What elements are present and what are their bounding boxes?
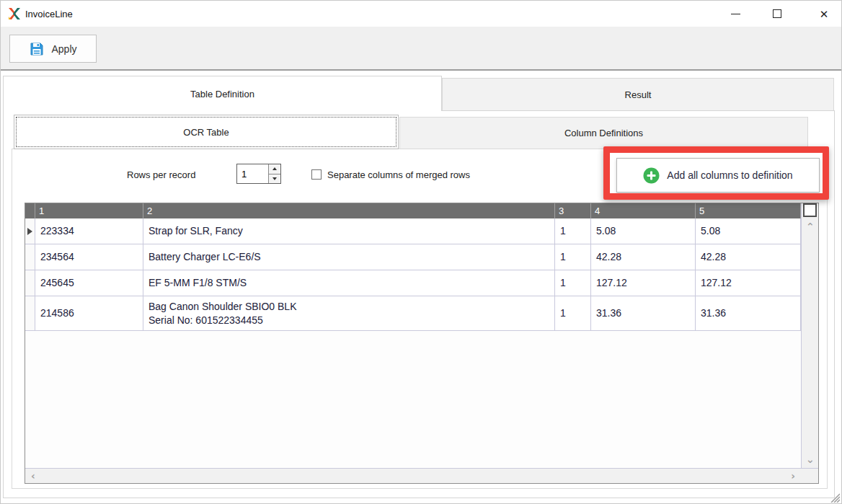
grid-cell[interactable]: 234564 — [35, 244, 143, 270]
window-title: InvoiceLine — [25, 1, 73, 27]
grid-cell[interactable]: 1 — [555, 270, 591, 296]
grid-cell[interactable]: 245645 — [35, 270, 143, 296]
apply-button[interactable]: Apply — [9, 35, 97, 63]
plus-icon — [643, 167, 660, 184]
table-row[interactable]: 214586 Bag Canon Shoulder SBIO0 BLK Seri… — [25, 296, 801, 331]
row-indicator-cell — [25, 270, 35, 296]
grid-cell[interactable]: 42.28 — [591, 244, 696, 270]
rows-per-record-label: Rows per record — [127, 169, 195, 180]
close-icon: ✕ — [820, 9, 829, 19]
tab-table-definition-label: Table Definition — [190, 89, 254, 100]
grid-column-header-1[interactable]: 1 — [35, 203, 143, 218]
horizontal-scrollbar[interactable]: ‹ › — [25, 468, 818, 483]
grid-column-header-4[interactable]: 4 — [591, 203, 696, 218]
grid-cell[interactable]: Bag Canon Shoulder SBIO0 BLK Serial No: … — [143, 296, 555, 331]
minimize-button[interactable] — [721, 1, 750, 27]
title-bar: InvoiceLine ✕ — [1, 1, 841, 27]
grid-cell[interactable]: 5.08 — [696, 218, 801, 244]
chevron-right-icon[interactable]: › — [791, 470, 795, 482]
vertical-scrollbar[interactable]: ⌃ ⌄ — [801, 203, 818, 468]
grid-empty-area — [25, 331, 801, 468]
spinner-down-icon — [272, 177, 277, 180]
grid-cell[interactable]: 42.28 — [696, 244, 801, 270]
rows-per-record-spinner[interactable] — [236, 164, 281, 184]
grid-cell[interactable]: EF 5-MM F1/8 STM/S — [143, 270, 555, 296]
ocr-data-grid: 1 2 3 4 5 223334 Strap for SLR, Fancy 1 … — [25, 203, 819, 484]
apply-button-label: Apply — [51, 43, 76, 55]
close-button[interactable]: ✕ — [810, 1, 838, 27]
save-icon — [29, 41, 45, 57]
maximize-icon — [773, 9, 781, 18]
grid-cell[interactable]: 214586 — [35, 296, 143, 331]
spinner-down-button[interactable] — [269, 174, 280, 184]
tab-result-label: Result — [625, 89, 652, 100]
row-indicator-cell — [25, 244, 35, 270]
table-row[interactable]: 223334 Strap for SLR, Fancy 1 5.08 5.08 — [25, 218, 801, 244]
subtab-column-definitions[interactable]: Column Definitions — [399, 117, 808, 149]
scrollbar-corner-box — [803, 203, 817, 217]
table-row[interactable]: 234564 Battery Charger LC-E6/S 1 42.28 4… — [25, 244, 801, 270]
grid-cell[interactable]: 127.12 — [591, 270, 696, 296]
chevron-down-icon[interactable]: ⌄ — [806, 454, 815, 465]
toolbar: Apply — [1, 27, 841, 71]
grid-cell[interactable]: Strap for SLR, Fancy — [143, 218, 555, 244]
app-window: InvoiceLine ✕ Apply Table Definition Res… — [0, 0, 842, 504]
separate-columns-checkbox[interactable] — [311, 169, 322, 180]
grid-column-header-5[interactable]: 5 — [696, 203, 801, 218]
grid-cell[interactable]: 1 — [555, 296, 591, 331]
grid-header-row: 1 2 3 4 5 — [25, 203, 801, 218]
tab-table-definition[interactable]: Table Definition — [3, 76, 442, 111]
separate-columns-label: Separate columns of merged rows — [327, 169, 470, 180]
grid-cell[interactable]: Battery Charger LC-E6/S — [143, 244, 555, 270]
grid-cell[interactable]: 5.08 — [591, 218, 696, 244]
rows-per-record-input[interactable] — [237, 164, 268, 183]
grid-cell[interactable]: 1 — [555, 218, 591, 244]
table-row[interactable]: 245645 EF 5-MM F1/8 STM/S 1 127.12 127.1… — [25, 270, 801, 296]
subtab-ocr-table-label: OCR Table — [183, 127, 229, 138]
grid-cell[interactable]: 223334 — [35, 218, 143, 244]
tab-result[interactable]: Result — [442, 78, 834, 111]
add-all-columns-label: Add all columns to definition — [667, 169, 792, 181]
grid-header-indicator — [25, 203, 35, 218]
minimize-icon — [731, 14, 740, 14]
current-row-arrow-icon — [27, 228, 32, 235]
add-all-columns-button[interactable]: Add all columns to definition — [616, 158, 820, 193]
resize-grip-icon[interactable] — [827, 490, 840, 503]
row-indicator-cell — [25, 218, 35, 244]
app-logo-icon — [8, 7, 21, 20]
chevron-up-icon[interactable]: ⌃ — [806, 221, 815, 232]
spinner-up-button[interactable] — [269, 164, 280, 174]
subtab-column-definitions-label: Column Definitions — [564, 128, 643, 138]
grid-column-header-2[interactable]: 2 — [143, 203, 555, 218]
grid-cell[interactable]: 127.12 — [696, 270, 801, 296]
grid-cell[interactable]: 31.36 — [696, 296, 801, 331]
subtab-ocr-table[interactable]: OCR Table — [14, 115, 399, 149]
grid-cell[interactable]: 31.36 — [591, 296, 696, 331]
maximize-button[interactable] — [763, 1, 792, 27]
grid-cell[interactable]: 1 — [555, 244, 591, 270]
spinner-up-icon — [272, 167, 277, 170]
chevron-left-icon[interactable]: ‹ — [31, 470, 35, 482]
grid-column-header-3[interactable]: 3 — [555, 203, 591, 218]
row-indicator-cell — [25, 296, 35, 331]
